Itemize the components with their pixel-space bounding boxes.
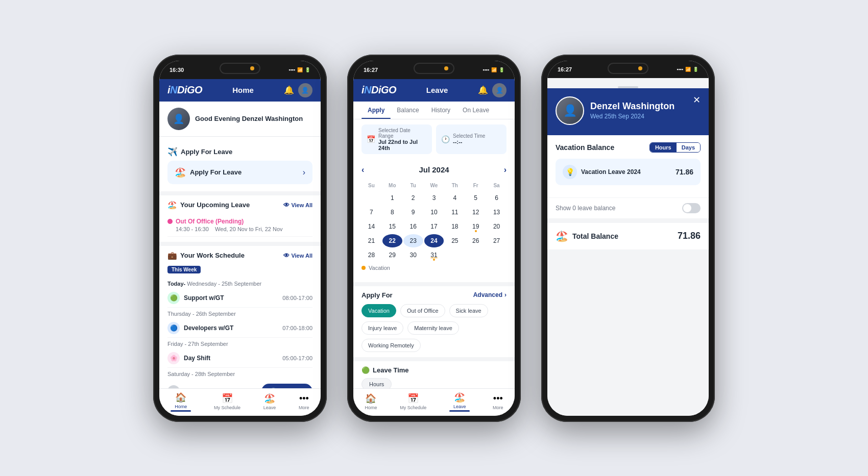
cal-header-th: Th: [445, 181, 465, 190]
nav2-schedule[interactable]: 📅 My Schedule: [400, 393, 426, 410]
cal-month: Jul 2024: [419, 165, 449, 174]
cal-day-27[interactable]: 27: [487, 234, 507, 247]
show-zero-toggle[interactable]: [682, 203, 701, 213]
total-value: 71.86: [678, 231, 701, 241]
tab-balance[interactable]: Balance: [391, 102, 425, 119]
shift-time-2: 07:00-18:00: [282, 325, 312, 331]
cal-day-25[interactable]: 25: [445, 234, 465, 247]
avatar-2[interactable]: 👤: [492, 83, 507, 97]
cal-day-30[interactable]: 30: [403, 248, 423, 262]
toggle-hours[interactable]: Hours: [650, 143, 677, 152]
shift-time-3: 05:00-17:00: [282, 355, 312, 361]
beach-icon-3: 🏖️: [556, 230, 568, 242]
cal-day-17[interactable]: 17: [424, 220, 444, 233]
apply-for-header: Apply For Advanced ›: [361, 291, 507, 299]
cal-day-4[interactable]: 4: [445, 191, 465, 205]
cal-day-22[interactable]: 22: [382, 234, 402, 247]
cal-day-empty: [361, 191, 381, 205]
advanced-link[interactable]: Advanced ›: [473, 291, 507, 298]
cal-day-5[interactable]: 5: [466, 191, 486, 205]
tab-on-leave[interactable]: On Leave: [456, 102, 495, 119]
cal-day-24[interactable]: 24: [424, 234, 444, 247]
cal-header-mo: Mo: [382, 181, 402, 190]
eye-icon2: 👁: [283, 252, 290, 259]
phone1-time: 16:30: [170, 67, 184, 73]
nav-indicator-2: [449, 410, 470, 412]
cal-day-31[interactable]: 31: [424, 248, 444, 262]
cal-day-19[interactable]: 19: [466, 220, 486, 233]
cal-day-14[interactable]: 14: [361, 220, 381, 233]
cal-day-26[interactable]: 26: [466, 234, 486, 247]
cal-day-9[interactable]: 9: [403, 206, 423, 219]
phones-container: 16:30 ▪▪▪▪📶🔋 iNDiGO Home 🔔 👤 👤: [153, 55, 715, 422]
leave-type-injury[interactable]: Injury leave: [361, 321, 403, 335]
nav-leave[interactable]: 🏖️ Leave: [263, 393, 276, 410]
shift-dot-1: 🟢: [167, 292, 180, 304]
view-all-upcoming[interactable]: 👁 View All: [283, 202, 312, 209]
close-button[interactable]: ✕: [693, 94, 701, 106]
cal-day-29[interactable]: 29: [382, 248, 402, 262]
leave-types-grid: Vacation Out of Office Sick leave Injury…: [361, 304, 507, 352]
leave-type-vacation[interactable]: Vacation: [361, 304, 396, 317]
phone-1: 16:30 ▪▪▪▪📶🔋 iNDiGO Home 🔔 👤 👤: [153, 55, 327, 422]
cal-prev-button[interactable]: ‹: [361, 165, 364, 174]
clock-face-icon: 🟢: [361, 366, 370, 374]
cal-day-1[interactable]: 1: [382, 191, 402, 205]
avatar[interactable]: 👤: [298, 83, 312, 97]
greeting-text: Good Evening Denzel Washington: [195, 115, 303, 122]
nav2-more[interactable]: ••• More: [493, 393, 503, 410]
phone3-time: 16:27: [558, 66, 572, 72]
clock-in-button[interactable]: 🕐 Clock In: [261, 384, 312, 388]
cal-day-11[interactable]: 11: [445, 206, 465, 219]
leave-type-sick[interactable]: Sick leave: [449, 304, 488, 317]
cal-day-3[interactable]: 3: [424, 191, 444, 205]
cal-day-28[interactable]: 28: [361, 248, 381, 262]
cal-day-18[interactable]: 18: [445, 220, 465, 233]
chevron-right-icon2: ›: [504, 291, 507, 298]
cal-day-10[interactable]: 10: [424, 206, 444, 219]
cal-day-16[interactable]: 16: [403, 220, 423, 233]
nav-schedule[interactable]: 📅 My Schedule: [214, 393, 240, 410]
plane-icon: ✈️: [167, 147, 178, 157]
leave-type-maternity[interactable]: Maternity leave: [407, 321, 459, 335]
cal-day-6[interactable]: 6: [487, 191, 507, 205]
bell-icon[interactable]: 🔔: [284, 85, 294, 95]
leave-icon-2: 🏖️: [454, 392, 465, 403]
view-all-schedule[interactable]: 👁 View All: [283, 252, 312, 259]
cal-day-23[interactable]: 23: [403, 234, 423, 247]
nothing-scheduled: — Nothing Scheduled: [167, 382, 235, 388]
cal-day-8[interactable]: 8: [382, 206, 402, 219]
day4-label: Saturday - 28th September: [167, 371, 312, 377]
greeting-avatar: 👤: [167, 108, 190, 130]
tab-history[interactable]: History: [425, 102, 456, 119]
leave-type-out-of-office[interactable]: Out of Office: [400, 304, 445, 317]
nav2-leave[interactable]: 🏖️ Leave: [449, 392, 470, 412]
work-schedule-section: 💼 Your Work Schedule 👁 View All This Wee…: [159, 246, 321, 388]
tab-apply[interactable]: Apply: [361, 102, 391, 119]
nav2-home[interactable]: 🏠 Home: [365, 393, 377, 410]
cal-next-button[interactable]: ›: [504, 165, 507, 174]
toggle-days[interactable]: Days: [677, 143, 700, 152]
nav-more[interactable]: ••• More: [299, 393, 309, 410]
shift-item-3: 🌸 Day Shift 05:00-17:00: [167, 349, 312, 368]
leave-type-remote[interactable]: Working Remotely: [361, 339, 421, 352]
phone2-notch: [414, 63, 454, 74]
phone2-bottom-nav: 🏠 Home 📅 My Schedule 🏖️ Leave ••• More: [353, 388, 515, 416]
phone1-app-header: iNDiGO Home 🔔 👤: [159, 79, 321, 102]
this-week-badge: This Week: [167, 266, 201, 273]
cal-day-2[interactable]: 2: [403, 191, 423, 205]
nav-home[interactable]: 🏠 Home: [171, 392, 191, 412]
apply-leave-button[interactable]: 🏖️ Apply For Leave ›: [167, 161, 312, 184]
phone1-status-icons: ▪▪▪▪📶🔋: [288, 67, 310, 72]
cal-day-13[interactable]: 13: [487, 206, 507, 219]
phone2-time: 16:27: [364, 67, 378, 73]
hours-button[interactable]: Hours: [361, 378, 392, 388]
cal-day-21[interactable]: 21: [361, 234, 381, 247]
bell-icon-2[interactable]: 🔔: [478, 85, 488, 95]
cal-day-20[interactable]: 20: [487, 220, 507, 233]
cal-day-7[interactable]: 7: [361, 206, 381, 219]
cal-day-15[interactable]: 15: [382, 220, 402, 233]
cal-day-12[interactable]: 12: [466, 206, 486, 219]
profile-date: Wed 25th Sep 2024: [590, 113, 674, 120]
phone3-notch: [608, 63, 648, 74]
